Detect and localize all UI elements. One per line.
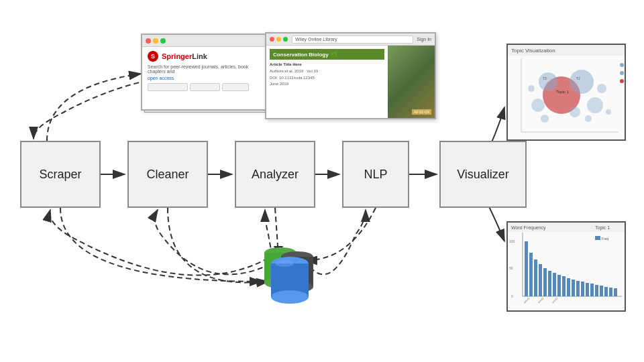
analyzer-label: Analyzer [252,168,299,182]
scatter-label3: T3 [543,76,547,80]
arrow-scraper-db [60,208,262,282]
scatter-bubble-med2 [539,72,557,91]
legend-dot2 [620,71,624,75]
legend-bar-color [595,236,600,240]
bar-11 [572,280,575,296]
analyzer-box: Analyzer [235,141,315,208]
arrow-db-scraper [50,210,268,276]
arrow-scraper-browser [47,74,141,141]
bar-18 [604,287,608,296]
nlp-label: NLP [364,168,387,182]
bar-3 [534,259,537,296]
blue-db-highlight [275,260,294,267]
bar-1 [525,241,528,296]
bar-svg: Word Frequency Topic 1 [508,223,626,312]
legend-dot3 [620,79,624,83]
scraper-label: Scraper [39,168,81,182]
scatter-bubble-sm3 [570,107,580,117]
scatter-label1: Topic 1 [556,90,570,94]
y-label-mid: 50 [509,266,513,270]
bar-16 [595,285,598,296]
bar-20 [614,288,617,296]
wiley-browser: Wiley Online Library Sign In Conservatio… [265,32,436,119]
scatter-title: Topic Visualization [511,48,555,54]
bar-5 [543,268,547,296]
bar-15 [590,284,594,296]
bar-10 [567,278,570,296]
bar-8 [557,275,561,296]
bar-14 [586,283,589,296]
nlp-box: NLP [342,141,409,208]
diagram-container: Scraper Cleaner Analyzer NLP Visualizer … [0,0,644,362]
springer-browser: S Springer Link Search for peer-reviewed… [141,34,272,111]
scraper-box: Scraper [20,141,101,208]
visualizer-box: Visualizer [439,141,527,208]
database-svg [255,238,335,305]
bar-9 [562,276,566,296]
cleaner-label: Cleaner [146,168,189,182]
bar-title-right: Topic 1 [595,225,610,231]
bar-2 [529,253,533,296]
scatter-svg: Topic Visualization Topic 1 T2 T3 [508,45,626,141]
y-label-bot: 0 [511,294,513,298]
scatter-bubble-sm8 [606,109,611,115]
blue-db-bottom [271,290,309,304]
bar-chart-output: Word Frequency Topic 1 [506,221,626,312]
scatter-bubble-med1 [570,70,594,94]
scatter-plot-output: Topic Visualization Topic 1 T2 T3 [506,44,626,141]
bar-13 [581,282,584,296]
bar-12 [576,281,580,296]
bar-title-left: Word Frequency [511,225,546,231]
scatter-bubble-sm6 [585,115,592,122]
visualizer-label: Visualizer [457,168,509,182]
cleaner-box: Cleaner [127,141,208,208]
bar-6 [548,271,551,296]
bar-7 [553,273,556,296]
legend-dot1 [620,63,624,67]
scatter-bubble-sm4 [597,84,606,93]
bar-19 [609,288,612,296]
scatter-bubble-sm1 [587,97,603,113]
bar-4 [539,264,542,296]
database-container [255,238,335,308]
y-label-top: 100 [509,239,515,243]
scatter-bubble-sm7 [528,85,535,92]
scatter-bubble-sm5 [541,115,549,123]
scatter-bubble-sm2 [531,99,545,112]
legend-label: Freq [602,237,609,241]
bar-17 [600,286,603,296]
scatter-label2: T2 [576,76,580,80]
